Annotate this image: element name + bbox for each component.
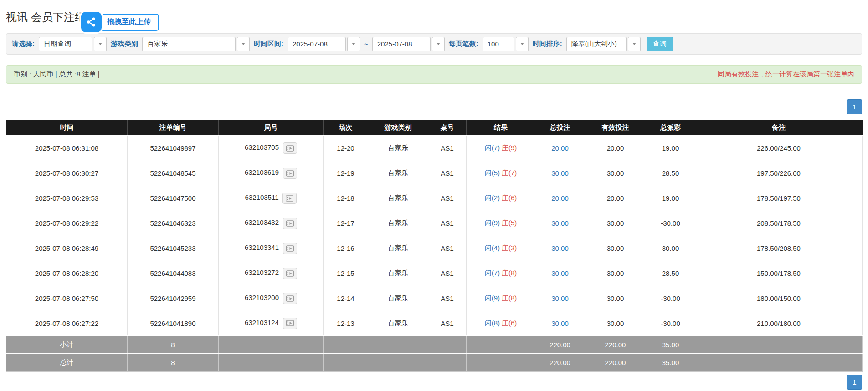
cell-note: 178.50/197.50 [695, 186, 863, 211]
video-replay-button[interactable] [283, 243, 297, 254]
total-bet-link[interactable]: 30.00 [551, 244, 569, 252]
game-type-dropdown-button[interactable] [237, 37, 250, 51]
column-header: 场次 [324, 120, 368, 136]
cell-bet-id: 522641045233 [128, 236, 219, 261]
video-replay-button[interactable] [283, 268, 297, 279]
time-sort-dropdown-button[interactable] [628, 37, 641, 51]
select-mode-value[interactable]: 日期查询 [39, 37, 92, 51]
cell-round-id: 632103619 [219, 161, 324, 186]
total-bet-link[interactable]: 30.00 [551, 169, 569, 177]
result-player: 闲(4) [485, 244, 500, 252]
cell-bet-id: 522641048545 [128, 161, 219, 186]
filter-bar: 请选择: 日期查询 游戏类别 百家乐 时间区间: 2025-07-08 ~ 20… [6, 33, 862, 55]
cell-result: 闲(5)庄(7) [467, 161, 535, 186]
video-replay-icon [286, 145, 294, 152]
date-from-value[interactable]: 2025-07-08 [288, 37, 346, 51]
game-type-value[interactable]: 百家乐 [142, 37, 236, 51]
cell-total-bet: 30.00 [535, 311, 585, 336]
total-bet-link[interactable]: 20.00 [551, 194, 569, 202]
cell-total-bet: 30.00 [535, 161, 585, 186]
result-banker: 庄(8) [502, 294, 517, 302]
page-size-dropdown-button[interactable] [516, 37, 529, 51]
cell-result: 闲(9)庄(8) [467, 286, 535, 311]
video-replay-button[interactable] [283, 293, 297, 304]
date-range-separator: ~ [364, 40, 368, 48]
cell-payout: 19.00 [646, 136, 695, 161]
video-replay-button[interactable] [282, 193, 297, 204]
video-replay-button[interactable] [283, 142, 297, 154]
column-header: 局号 [219, 120, 324, 136]
result-player: 闲(9) [485, 294, 500, 302]
round-number: 632103272 [245, 269, 279, 276]
total-bet-link[interactable]: 30.00 [551, 269, 569, 277]
page-1-button[interactable]: 1 [847, 375, 862, 390]
video-replay-button[interactable] [283, 218, 297, 229]
column-header: 桌号 [428, 120, 467, 136]
select-mode-combo: 日期查询 [39, 37, 107, 51]
cell-payout: -30.00 [646, 311, 695, 336]
date-from-combo: 2025-07-08 [288, 37, 360, 51]
cell-note: 210.00/180.00 [695, 311, 863, 336]
video-replay-icon [286, 270, 294, 277]
result-banker: 庄(3) [502, 244, 517, 252]
time-sort-value[interactable]: 降幂(由大到小) [566, 37, 627, 51]
cell-valid-bet: 20.00 [585, 136, 646, 161]
date-to-dropdown-button[interactable] [432, 37, 445, 51]
caret-down-icon [98, 43, 102, 45]
cell-valid-bet: 20.00 [585, 186, 646, 211]
cell-game-type: 百家乐 [368, 236, 428, 261]
round-number: 632103511 [245, 193, 279, 201]
cell-session: 12-16 [324, 236, 368, 261]
round-number: 632103432 [245, 218, 279, 226]
video-replay-button[interactable] [283, 318, 297, 329]
cell-result: 闲(2)庄(6) [467, 186, 535, 211]
table-row: 2025-07-08 06:29:53 522641047500 6321035… [6, 186, 863, 211]
cell-total-bet: 20.00 [535, 136, 585, 161]
cell-time: 2025-07-08 06:31:08 [6, 136, 128, 161]
video-replay-button[interactable] [283, 168, 297, 179]
cell-time: 2025-07-08 06:29:22 [6, 211, 128, 236]
date-from-dropdown-button[interactable] [347, 37, 360, 51]
upload-dropzone[interactable]: 拖拽至此上传 [81, 12, 159, 32]
video-replay-icon [286, 295, 294, 302]
cell-table-no: AS1 [428, 211, 467, 236]
result-banker: 庄(9) [502, 144, 517, 152]
total-bet-link[interactable]: 30.00 [551, 295, 569, 302]
cell-table-no: AS1 [428, 161, 467, 186]
cell-bet-id: 522641042959 [128, 286, 219, 311]
cell-time: 2025-07-08 06:29:53 [6, 186, 128, 211]
cell-result: 闲(7)庄(8) [467, 261, 535, 286]
cell-table-no: AS1 [428, 261, 467, 286]
select-mode-dropdown-button[interactable] [94, 37, 107, 51]
round-number: 632103341 [245, 244, 279, 251]
cell-game-type: 百家乐 [368, 311, 428, 336]
total-bet-link[interactable]: 30.00 [551, 219, 569, 227]
caret-down-icon [241, 43, 245, 45]
page-1-button[interactable]: 1 [847, 99, 862, 114]
cell-result: 闲(8)庄(6) [467, 311, 535, 336]
total-bet-link[interactable]: 20.00 [551, 144, 569, 152]
column-header: 结果 [467, 120, 535, 136]
cell-table-no: AS1 [428, 136, 467, 161]
cell-session: 12-19 [324, 161, 368, 186]
table-footer: 小计 8 220.00 220.00 35.00 总计 8 [6, 336, 863, 371]
date-to-combo: 2025-07-08 [372, 37, 445, 51]
cell-game-type: 百家乐 [368, 136, 428, 161]
time-sort-label: 时间排序: [533, 40, 562, 48]
page-size-value[interactable]: 100 [483, 37, 514, 51]
page-size-combo: 100 [483, 37, 529, 51]
search-button[interactable]: 查询 [647, 37, 673, 51]
cell-session: 12-13 [324, 311, 368, 336]
date-to-value[interactable]: 2025-07-08 [372, 37, 431, 51]
cell-session: 12-17 [324, 211, 368, 236]
column-header: 总派彩 [646, 120, 695, 136]
pagination-top: 1 [847, 99, 862, 114]
result-banker: 庄(5) [502, 219, 517, 227]
total-bet-link[interactable]: 30.00 [551, 320, 569, 327]
game-type-combo: 百家乐 [142, 37, 250, 51]
round-number: 632103705 [245, 144, 279, 152]
table-row: 2025-07-08 06:28:20 522641044083 6321032… [6, 261, 863, 286]
table-row: 2025-07-08 06:27:50 522641042959 6321032… [6, 286, 863, 311]
valid-bet-notice-text: 同局有效投注，统一计算在该局第一张注单内 [718, 70, 854, 79]
cell-game-type: 百家乐 [368, 161, 428, 186]
